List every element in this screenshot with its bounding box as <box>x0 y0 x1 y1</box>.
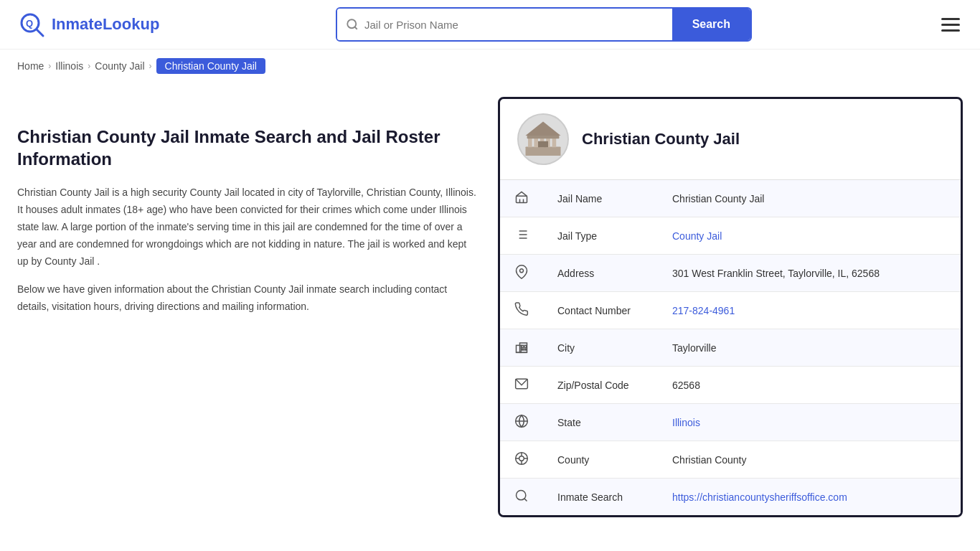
header: Q InmateLookup Search <box>0 0 980 50</box>
row-value: 301 West Franklin Street, Taylorville, I… <box>658 255 961 292</box>
hamburger-menu[interactable] <box>938 15 963 34</box>
row-label: Inmate Search <box>543 479 658 516</box>
table-row: StateIllinois <box>500 404 961 441</box>
svg-rect-28 <box>524 345 527 347</box>
jail-avatar <box>517 113 569 165</box>
row-value: 62568 <box>658 367 961 404</box>
svg-rect-30 <box>524 349 527 350</box>
row-label: Address <box>543 255 658 292</box>
left-column: Christian County Jail Inmate Search and … <box>17 97 476 517</box>
page-title: Christian County Jail Inmate Search and … <box>17 126 476 170</box>
county-icon <box>500 441 543 479</box>
breadcrumb-chevron-3: › <box>149 61 152 71</box>
jail-info-table: Jail NameChristian County JailJail TypeC… <box>500 180 961 515</box>
svg-line-4 <box>354 27 357 29</box>
svg-rect-13 <box>538 141 548 147</box>
row-label: Contact Number <box>543 292 658 329</box>
table-row: Jail TypeCounty Jail <box>500 217 961 255</box>
breadcrumb-active: Christian County Jail <box>156 58 265 74</box>
row-label: Jail Name <box>543 180 658 217</box>
row-value[interactable]: 217-824-4961 <box>658 292 961 329</box>
svg-rect-14 <box>517 196 527 202</box>
svg-point-41 <box>517 491 526 500</box>
search-input-wrap <box>337 9 672 40</box>
svg-rect-6 <box>528 138 532 148</box>
row-link[interactable]: https://christiancountysheriffsoffice.co… <box>672 491 847 503</box>
svg-rect-27 <box>522 345 524 347</box>
svg-line-42 <box>524 499 527 501</box>
main-content: Christian County Jail Inmate Search and … <box>0 83 980 532</box>
jail-icon <box>500 180 543 217</box>
breadcrumb-illinois[interactable]: Illinois <box>55 60 83 72</box>
breadcrumb-county-jail[interactable]: County Jail <box>95 60 144 72</box>
search-icon <box>346 18 359 31</box>
row-label: County <box>543 441 658 479</box>
row-label: Jail Type <box>543 217 658 255</box>
table-row: Inmate Searchhttps://christiancountysher… <box>500 479 961 516</box>
search-button[interactable]: Search <box>672 9 750 40</box>
page-description-1: Christian County Jail is a high security… <box>17 184 476 270</box>
table-row: Jail NameChristian County Jail <box>500 180 961 217</box>
search-area: Search <box>175 7 913 42</box>
globe-icon <box>500 404 543 441</box>
breadcrumb-chevron-2: › <box>88 61 90 71</box>
table-row: Address301 West Franklin Street, Taylorv… <box>500 255 961 292</box>
logo[interactable]: Q InmateLookup <box>17 10 161 39</box>
list-icon <box>500 217 543 255</box>
logo-icon: Q <box>17 10 46 39</box>
svg-rect-5 <box>526 147 561 156</box>
row-value[interactable]: County Jail <box>658 217 961 255</box>
search-icon <box>500 479 543 516</box>
page-description-2: Below we have given information about th… <box>17 281 476 316</box>
table-row: CityTaylorville <box>500 329 961 367</box>
jail-card-header: Christian County Jail <box>500 99 961 180</box>
table-row: Contact Number217-824-4961 <box>500 292 961 329</box>
search-form: Search <box>336 7 752 42</box>
row-link[interactable]: 217-824-4961 <box>672 305 735 316</box>
svg-rect-10 <box>552 138 557 148</box>
row-value: Christian County <box>658 441 961 479</box>
search-input[interactable] <box>364 11 664 38</box>
zip-icon <box>500 367 543 404</box>
jail-card-title: Christian County Jail <box>582 130 740 149</box>
svg-rect-29 <box>522 349 524 350</box>
svg-point-3 <box>347 19 356 28</box>
svg-marker-12 <box>526 122 561 136</box>
svg-text:Q: Q <box>26 18 33 29</box>
row-link[interactable]: Illinois <box>672 417 700 428</box>
row-value: Taylorville <box>658 329 961 367</box>
breadcrumb: Home › Illinois › County Jail › Christia… <box>0 50 980 83</box>
phone-icon <box>500 292 543 329</box>
courthouse-icon <box>523 119 563 159</box>
row-label: Zip/Postal Code <box>543 367 658 404</box>
breadcrumb-home[interactable]: Home <box>17 60 44 72</box>
right-column: Christian County Jail Jail NameChristian… <box>498 97 963 517</box>
city-icon <box>500 329 543 367</box>
table-row: CountyChristian County <box>500 441 961 479</box>
location-icon <box>500 255 543 292</box>
svg-point-36 <box>519 456 524 461</box>
row-label: State <box>543 404 658 441</box>
svg-rect-7 <box>534 138 538 148</box>
jail-card: Christian County Jail Jail NameChristian… <box>498 97 963 517</box>
table-row: Zip/Postal Code62568 <box>500 367 961 404</box>
logo-text: InmateLookup <box>52 15 159 34</box>
svg-point-23 <box>520 269 524 273</box>
row-link[interactable]: County Jail <box>672 230 722 242</box>
row-value[interactable]: Illinois <box>658 404 961 441</box>
svg-rect-11 <box>527 136 560 138</box>
row-value[interactable]: https://christiancountysheriffsoffice.co… <box>658 479 961 516</box>
row-value: Christian County Jail <box>658 180 961 217</box>
svg-line-1 <box>37 29 43 36</box>
row-label: City <box>543 329 658 367</box>
breadcrumb-chevron-1: › <box>48 61 51 71</box>
